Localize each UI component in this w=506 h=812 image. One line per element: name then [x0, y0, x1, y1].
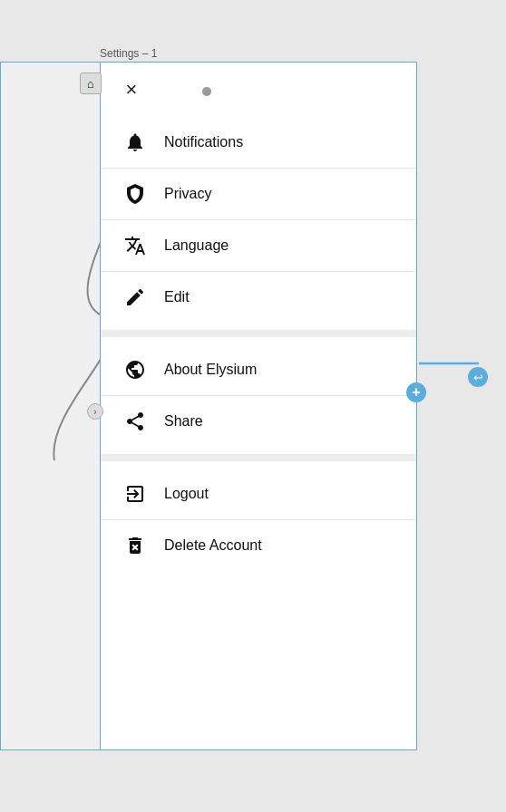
gray-dot	[202, 87, 211, 96]
logout-icon	[122, 481, 148, 507]
home-icon: ⌂	[87, 77, 94, 91]
home-button[interactable]: ⌂	[80, 72, 102, 94]
settings-panel: × Notifications Privacy	[100, 62, 417, 750]
menu-item-delete[interactable]: Delete Account	[101, 520, 416, 571]
menu-item-about[interactable]: About Elysium	[101, 344, 416, 396]
menu-item-share[interactable]: Share	[101, 396, 416, 447]
pencil-icon	[122, 285, 148, 310]
share-icon	[122, 409, 148, 434]
panel-header: ×	[101, 63, 416, 110]
arrow-right-icon: ›	[93, 407, 96, 417]
delete-account-label: Delete Account	[164, 537, 262, 554]
share-label: Share	[164, 413, 203, 430]
menu-section-2: About Elysium Share	[101, 330, 416, 454]
logout-label: Logout	[164, 486, 209, 502]
menu-item-privacy[interactable]: Privacy	[101, 169, 416, 220]
settings-tab: Settings – 1	[100, 47, 157, 60]
menu-item-edit[interactable]: Edit	[101, 272, 416, 323]
expand-arrow-button[interactable]: ›	[87, 403, 103, 420]
language-label: Language	[164, 237, 229, 254]
menu-item-logout[interactable]: Logout	[101, 469, 416, 520]
privacy-label: Privacy	[164, 186, 211, 202]
menu-item-notifications[interactable]: Notifications	[101, 117, 416, 169]
translate-icon	[122, 233, 148, 258]
shield-icon	[122, 181, 148, 207]
globe-icon	[122, 357, 148, 382]
graph-area	[0, 62, 102, 750]
menu-item-language[interactable]: Language	[101, 220, 416, 272]
bell-icon	[122, 130, 148, 155]
add-button[interactable]: +	[406, 382, 426, 402]
close-button[interactable]: ×	[117, 75, 146, 104]
undo-icon: ↩	[473, 371, 483, 384]
edit-label: Edit	[164, 289, 190, 305]
notifications-label: Notifications	[164, 134, 243, 150]
menu-section-1: Notifications Privacy Language	[101, 110, 416, 330]
menu-section-3: Logout Delete Account	[101, 454, 416, 578]
close-icon: ×	[126, 78, 138, 102]
delete-icon	[122, 533, 148, 558]
about-label: About Elysium	[164, 362, 257, 378]
undo-button[interactable]: ↩	[468, 367, 488, 387]
plus-icon: +	[412, 384, 420, 401]
